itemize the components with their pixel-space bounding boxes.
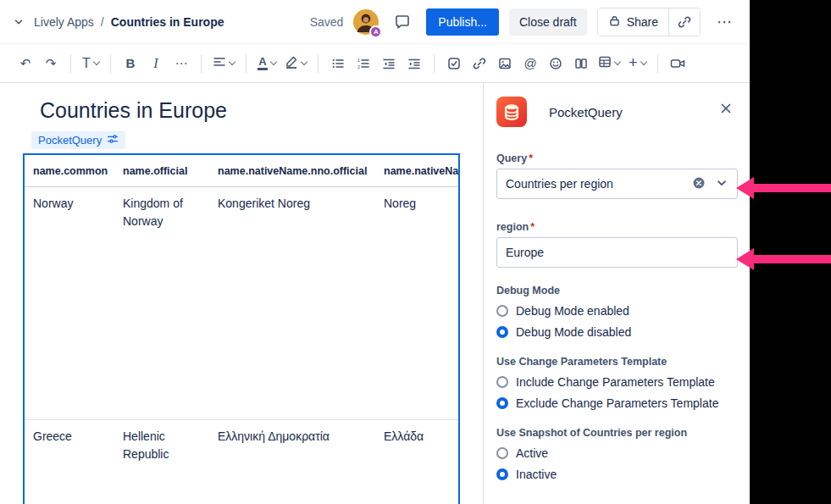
radio-selected-icon[interactable] xyxy=(496,326,508,338)
chevron-down-icon xyxy=(614,58,621,64)
comment-icon[interactable] xyxy=(389,8,416,36)
video-camera-icon xyxy=(670,57,685,70)
radio-include-template[interactable]: Include Change Parameters Template xyxy=(496,375,738,389)
table-cell: Ελληνική Δημοκρατία xyxy=(209,420,375,504)
chevron-down-icon xyxy=(301,58,307,64)
editor-toolbar: ↶ ↷ T B I ⋯ A xyxy=(0,44,750,83)
close-icon[interactable] xyxy=(714,97,738,120)
radio-label: Include Change Parameters Template xyxy=(516,375,715,389)
insert-link-button[interactable] xyxy=(468,51,491,76)
emoji-button[interactable] xyxy=(544,51,568,76)
svg-text:1: 1 xyxy=(357,57,360,62)
query-field: Query* Countries per region xyxy=(496,152,738,199)
insert-image-button[interactable] xyxy=(493,51,517,76)
share-button-label: Share xyxy=(627,15,658,29)
main-area: Countries in Europe PocketQuery name.com… xyxy=(0,83,750,504)
radio-selected-icon[interactable] xyxy=(496,468,508,480)
mention-button[interactable]: @ xyxy=(518,51,542,76)
pocketquery-macro-chip[interactable]: PocketQuery xyxy=(31,131,125,149)
bold-button[interactable]: B xyxy=(119,51,142,76)
text-color-button[interactable]: A xyxy=(254,51,280,76)
divider xyxy=(201,54,202,73)
debug-mode-group: Debug Mode Debug Mode enabled Debug Mode… xyxy=(496,285,738,339)
table-cell: Norway xyxy=(25,187,114,420)
query-select[interactable]: Countries per region xyxy=(496,169,738,199)
insert-table-button[interactable] xyxy=(595,51,623,76)
share-group: Share xyxy=(597,8,701,36)
table-header-row: name.common name.official name.nativeNam… xyxy=(25,155,460,187)
arrow-shaft xyxy=(754,255,831,263)
radio-debug-disabled[interactable]: Debug Mode disabled xyxy=(496,325,738,339)
table-icon xyxy=(598,55,612,71)
divider xyxy=(657,54,658,73)
text-style-button[interactable]: T xyxy=(79,51,102,76)
highlighter-icon xyxy=(285,55,298,71)
table-cell: Kingdom of Norway xyxy=(114,187,209,420)
chevron-down-icon[interactable] xyxy=(10,8,27,36)
chevron-down-icon xyxy=(640,58,646,64)
radio-debug-enabled[interactable]: Debug Mode enabled xyxy=(496,304,738,318)
align-left-icon xyxy=(213,55,226,71)
page-title[interactable]: Countries in Europe xyxy=(40,98,483,123)
macro-config-panel: PocketQuery Query* Countries per region xyxy=(483,83,750,504)
sliders-icon xyxy=(107,133,119,147)
publish-button[interactable]: Publish... xyxy=(426,8,499,36)
radio-icon[interactable] xyxy=(496,447,508,459)
outdent-button[interactable] xyxy=(377,51,401,76)
pocketquery-app-icon xyxy=(496,97,527,127)
svg-text:2: 2 xyxy=(357,64,360,69)
required-asterisk: * xyxy=(530,221,535,233)
group-label: Debug Mode xyxy=(496,285,738,296)
table-row: Norway Kingdom of Norway Kongeriket Nore… xyxy=(25,187,460,420)
undo-button[interactable]: ↶ xyxy=(14,51,37,76)
column-header: name.common xyxy=(25,155,114,187)
more-formatting-button[interactable]: ⋯ xyxy=(169,51,193,76)
indent-button[interactable] xyxy=(402,51,426,76)
close-draft-button[interactable]: Close draft xyxy=(509,8,587,36)
clear-icon[interactable] xyxy=(692,176,706,192)
indent-icon xyxy=(407,57,421,70)
redo-button[interactable]: ↷ xyxy=(39,51,63,76)
video-button[interactable] xyxy=(666,51,690,76)
radio-label: Debug Mode enabled xyxy=(516,304,629,318)
emoji-icon xyxy=(549,57,562,70)
chevron-down-icon[interactable] xyxy=(715,176,729,192)
bullet-list-button[interactable] xyxy=(326,51,350,76)
region-input[interactable]: Europe xyxy=(496,237,738,268)
radio-icon[interactable] xyxy=(496,376,508,388)
change-parameters-group: Use Change Parameters Template Include C… xyxy=(496,356,738,410)
numbered-list-button[interactable]: 12 xyxy=(352,51,375,76)
topbar-actions: Saved A Publish... Close draft xyxy=(310,8,738,36)
radio-label: Inactive xyxy=(516,468,557,481)
breadcrumb-space[interactable]: Lively Apps xyxy=(34,15,94,29)
avatar-badge: A xyxy=(369,25,382,38)
avatar[interactable]: A xyxy=(353,9,379,35)
radio-icon[interactable] xyxy=(496,305,508,317)
numbered-list-icon: 12 xyxy=(357,57,370,70)
insert-more-button[interactable]: + xyxy=(625,51,650,76)
radio-selected-icon[interactable] xyxy=(496,397,508,409)
chevron-down-icon xyxy=(229,58,235,64)
annotation-arrow-region xyxy=(736,248,831,270)
editor-content: Countries in Europe PocketQuery name.com… xyxy=(0,83,483,504)
text-style-icon: T xyxy=(82,56,91,71)
bullet-list-icon xyxy=(331,57,345,70)
alignment-button[interactable] xyxy=(209,51,238,76)
copy-link-icon[interactable] xyxy=(669,8,700,36)
more-options-button[interactable]: ⋯ xyxy=(711,8,738,36)
italic-button[interactable]: I xyxy=(144,51,168,76)
layout-button[interactable] xyxy=(569,51,593,76)
radio-snapshot-active[interactable]: Active xyxy=(496,446,738,460)
divider xyxy=(110,54,111,73)
region-field: region* Europe xyxy=(496,221,738,268)
query-result-table[interactable]: name.common name.official name.nativeNam… xyxy=(23,153,460,504)
task-list-button[interactable] xyxy=(442,51,466,76)
radio-snapshot-inactive[interactable]: Inactive xyxy=(496,468,738,481)
chevron-down-icon xyxy=(93,58,100,64)
share-button[interactable]: Share xyxy=(598,8,668,36)
query-select-value: Countries per region xyxy=(506,177,692,191)
text-color-icon: A xyxy=(258,56,268,70)
task-checkbox-icon xyxy=(447,57,461,70)
radio-exclude-template[interactable]: Exclude Change Parameters Template xyxy=(496,396,738,410)
highlight-color-button[interactable] xyxy=(281,51,310,76)
